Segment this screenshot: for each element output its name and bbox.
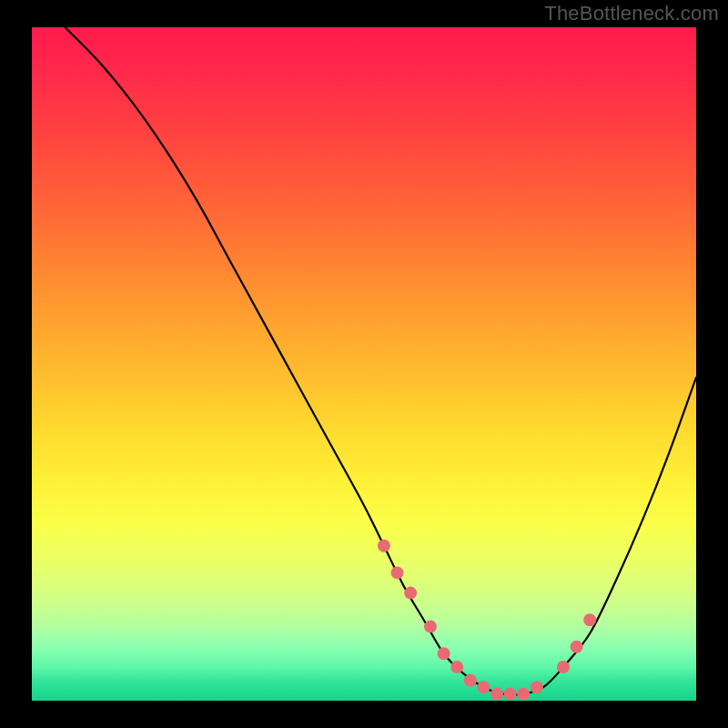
bottleneck-curve [66, 27, 697, 695]
highlight-dot [378, 540, 390, 552]
highlight-dot [424, 621, 437, 633]
highlight-dot [464, 674, 477, 687]
highlight-dots [378, 540, 596, 701]
highlight-dot [404, 587, 417, 600]
highlight-dot [571, 641, 583, 653]
highlight-dot [477, 681, 490, 693]
plot-background [32, 27, 696, 701]
highlight-dot [391, 566, 404, 579]
highlight-dot [583, 613, 596, 626]
chart-root: TheBottleneck.com [0, 0, 728, 728]
highlight-dot [490, 688, 503, 701]
highlight-dot [504, 688, 517, 701]
highlight-dot [438, 647, 450, 660]
curve-svg [32, 27, 696, 701]
highlight-dot [531, 681, 543, 693]
highlight-dot [557, 661, 570, 673]
highlight-dot [517, 688, 530, 701]
attribution-label: TheBottleneck.com [544, 2, 719, 25]
highlight-dot [450, 661, 463, 673]
